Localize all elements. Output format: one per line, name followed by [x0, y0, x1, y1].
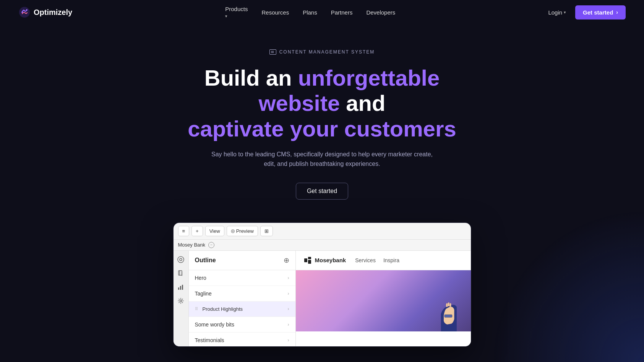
- cms-sidebar-icons: [174, 251, 189, 346]
- outline-add-icon[interactable]: ⊕: [284, 256, 289, 265]
- sidebar-settings-icon[interactable]: [177, 297, 185, 305]
- sidebar-home-icon[interactable]: [177, 255, 185, 264]
- cms-badge-icon: ▤: [269, 49, 276, 55]
- cms-body: Outline ⊕ Hero › Tagline › ⠿ Product Hig…: [174, 251, 471, 346]
- nav-links-list: Products ▾ Resources Plans Partners Deve…: [225, 6, 395, 19]
- cms-preview-area: Moseybank Services Inspira: [296, 251, 471, 346]
- eye-icon: ◎: [231, 228, 235, 234]
- nav-link-developers[interactable]: Developers: [366, 9, 395, 16]
- logo-link[interactable]: Optimizely: [18, 6, 72, 18]
- svg-point-3: [178, 256, 184, 263]
- outline-item-wordy-bits[interactable]: Some wordy bits ›: [189, 317, 295, 333]
- optimizely-logo-icon: [18, 6, 31, 18]
- hand-graphic-illustration: [433, 289, 463, 331]
- hero-cta-button[interactable]: Get started: [296, 183, 348, 200]
- chevron-right-icon: ›: [288, 322, 289, 327]
- plus-icon: +: [196, 228, 199, 234]
- toolbar-add-btn[interactable]: +: [191, 226, 203, 236]
- cms-outline-panel: Outline ⊕ Hero › Tagline › ⠿ Product Hig…: [189, 251, 296, 346]
- cms-badge: ▤ CONTENT MANAGEMENT SYSTEM: [269, 49, 375, 55]
- logo-text: Optimizely: [34, 8, 72, 17]
- drag-handle-icon: ⠿: [195, 307, 198, 312]
- nav-item-plans[interactable]: Plans: [303, 9, 317, 16]
- svg-rect-6: [178, 287, 179, 290]
- svg-point-9: [180, 300, 182, 302]
- nav-link-products[interactable]: Products: [225, 6, 248, 12]
- chevron-right-icon: ›: [288, 306, 289, 312]
- hero-subtitle: Say hello to the leading CMS, specifical…: [211, 149, 433, 169]
- svg-rect-8: [182, 285, 183, 290]
- svg-rect-7: [180, 286, 181, 290]
- toolbar-list-btn[interactable]: ≡: [178, 226, 190, 236]
- main-nav: Optimizely Products ▾ Resources Plans Pa…: [0, 0, 644, 24]
- sidebar-analytics-icon[interactable]: [177, 283, 185, 291]
- toolbar-preview-btn[interactable]: ◎ Preview: [227, 226, 258, 236]
- site-bar-circle-icon: −: [208, 242, 214, 248]
- chevron-right-icon: ›: [288, 338, 289, 343]
- outline-item-hero[interactable]: Hero ›: [189, 270, 295, 286]
- arrow-right-icon: ›: [616, 9, 618, 15]
- preview-site-logo: Moseybank: [303, 256, 346, 265]
- nav-item-developers[interactable]: Developers: [366, 9, 395, 16]
- products-dropdown-icon: ▾: [225, 14, 227, 18]
- preview-site-nav-links: Services Inspira: [355, 257, 399, 263]
- nav-item-partners[interactable]: Partners: [331, 9, 353, 16]
- nav-item-resources[interactable]: Resources: [261, 9, 289, 16]
- outline-item-tagline[interactable]: Tagline ›: [189, 286, 295, 302]
- nav-link-partners[interactable]: Partners: [331, 9, 353, 16]
- svg-rect-11: [308, 257, 311, 259]
- grid-icon: ⊞: [264, 228, 269, 234]
- chevron-right-icon: ›: [288, 275, 289, 281]
- cms-preview-wrapper: ≡ + View ◎ Preview ⊞ Mosey Bank −: [0, 222, 644, 347]
- nav-item-products[interactable]: Products ▾: [225, 6, 248, 19]
- outline-header: Outline ⊕: [189, 251, 295, 270]
- cms-preview-card: ≡ + View ◎ Preview ⊞ Mosey Bank −: [173, 222, 471, 347]
- svg-rect-5: [178, 271, 182, 275]
- outline-item-product-highlights[interactable]: ⠿ Product Highlights ›: [189, 302, 295, 317]
- cms-site-bar: Mosey Bank −: [174, 240, 471, 251]
- preview-hero-image: [296, 270, 471, 331]
- svg-point-4: [180, 258, 182, 261]
- nav-link-plans[interactable]: Plans: [303, 9, 317, 16]
- nav-right: Login ▾ Get started ›: [548, 5, 626, 19]
- login-button[interactable]: Login ▾: [548, 9, 566, 16]
- toolbar-view-btn[interactable]: View: [205, 226, 224, 236]
- login-dropdown-icon: ▾: [564, 10, 566, 15]
- hero-title: Build an unforgettable website and capti…: [169, 65, 475, 142]
- svg-rect-13: [444, 315, 452, 317]
- outline-item-testimonials[interactable]: Testimonials ›: [189, 333, 295, 347]
- list-icon: ≡: [182, 228, 185, 234]
- svg-rect-10: [304, 258, 307, 262]
- preview-site-nav: Moseybank Services Inspira: [296, 251, 471, 270]
- hero-section: ▤ CONTENT MANAGEMENT SYSTEM Build an unf…: [0, 24, 644, 215]
- get-started-nav-button[interactable]: Get started ›: [575, 5, 626, 19]
- chevron-right-icon: ›: [288, 291, 289, 296]
- toolbar-grid-btn[interactable]: ⊞: [260, 226, 273, 236]
- svg-rect-12: [308, 260, 311, 264]
- nav-link-resources[interactable]: Resources: [261, 9, 289, 16]
- svg-point-1: [21, 11, 23, 13]
- sidebar-pages-icon[interactable]: [177, 269, 185, 278]
- svg-point-2: [26, 9, 28, 11]
- cms-toolbar: ≡ + View ◎ Preview ⊞: [174, 223, 471, 240]
